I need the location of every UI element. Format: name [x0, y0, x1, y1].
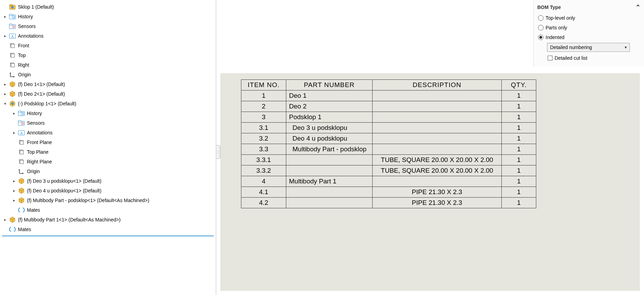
cell-qty[interactable]: 1: [502, 133, 536, 144]
expander-icon[interactable]: ▸: [12, 198, 17, 203]
cell-part-number[interactable]: Deo 2: [286, 101, 373, 112]
tree-item[interactable]: ▸AAnnotations: [0, 128, 216, 137]
tree-item[interactable]: Sensors: [0, 118, 216, 128]
table-row[interactable]: 1Deo 11: [241, 91, 536, 101]
table-row[interactable]: 3.3.1TUBE, SQUARE 20.00 X 20.00 X 2.001: [241, 155, 536, 165]
cell-part-number[interactable]: Multibody Part 1: [286, 176, 373, 187]
radio-parts-only[interactable]: Parts only: [537, 23, 641, 32]
cell-part-number[interactable]: Multibody Part - podsklop: [286, 144, 373, 155]
cell-qty[interactable]: 1: [502, 198, 536, 208]
tree-root[interactable]: Sklop 1 (Default): [0, 2, 216, 12]
tree-item[interactable]: Mates: [0, 205, 216, 215]
table-row[interactable]: 3.1Deo 3 u podsklopu1: [241, 123, 536, 133]
table-row[interactable]: 4Multibody Part 11: [241, 176, 536, 187]
cell-item-no[interactable]: 1: [241, 91, 286, 101]
panel-splitter-handle[interactable]: ⋮: [216, 145, 220, 159]
expander-icon[interactable]: ▸: [3, 217, 8, 222]
cell-part-number[interactable]: [286, 187, 373, 198]
cell-qty[interactable]: 1: [502, 187, 536, 198]
expander-icon[interactable]: ▸: [12, 188, 17, 193]
tree-item[interactable]: ▸(f) Deo 3 u podsklopu<1> (Default): [0, 176, 216, 186]
tree-item[interactable]: Top: [0, 50, 216, 60]
cell-item-no[interactable]: 3.3.2: [241, 165, 286, 176]
tree-item[interactable]: Front Plane: [0, 137, 216, 147]
cell-qty[interactable]: 1: [502, 112, 536, 123]
cell-qty[interactable]: 1: [502, 165, 536, 176]
cell-part-number[interactable]: [286, 198, 373, 208]
tree-item[interactable]: ▸History: [0, 108, 216, 118]
cell-item-no[interactable]: 3.3: [241, 144, 286, 155]
tree-item[interactable]: Right: [0, 60, 216, 70]
cell-description[interactable]: [373, 123, 502, 133]
cell-description[interactable]: PIPE 21.30 X 2.3: [373, 198, 502, 208]
cell-part-number[interactable]: Deo 1: [286, 91, 373, 101]
radio-top-level-only[interactable]: Top-level only: [537, 13, 641, 23]
header-description[interactable]: DESCRIPTION: [373, 80, 502, 91]
cell-part-number[interactable]: Deo 4 u podsklopu: [286, 133, 373, 144]
cell-description[interactable]: PIPE 21.30 X 2.3: [373, 187, 502, 198]
tree-item[interactable]: Top Plane: [0, 147, 216, 157]
tree-item[interactable]: ▸History: [0, 12, 216, 21]
tree-item[interactable]: ▸(f) Deo 4 u podsklopu<1> (Default): [0, 186, 216, 196]
cell-item-no[interactable]: 3.1: [241, 123, 286, 133]
tree-item[interactable]: Origin: [0, 70, 216, 79]
tree-item[interactable]: ▸(f) Multibody Part - podsklop<1> (Defau…: [0, 196, 216, 205]
bom-table[interactable]: ITEM NO. PART NUMBER DESCRIPTION QTY. 1D…: [241, 79, 536, 208]
table-row[interactable]: 3Podsklop 11: [241, 112, 536, 123]
tree-item[interactable]: Front: [0, 41, 216, 50]
cell-part-number[interactable]: Deo 3 u podsklopu: [286, 123, 373, 133]
cell-item-no[interactable]: 4.2: [241, 198, 286, 208]
cell-qty[interactable]: 1: [502, 91, 536, 101]
tree-item[interactable]: ▸(f) Deo 2<1> (Default): [0, 89, 216, 99]
radio-indented[interactable]: Indented: [537, 32, 641, 42]
tree-item[interactable]: Sensors: [0, 21, 216, 31]
cell-part-number[interactable]: Podsklop 1: [286, 112, 373, 123]
cell-part-number[interactable]: [286, 165, 373, 176]
cell-qty[interactable]: 1: [502, 123, 536, 133]
tree-item[interactable]: ▸(f) Deo 1<1> (Default): [0, 79, 216, 89]
table-row[interactable]: 3.2Deo 4 u podsklopu1: [241, 133, 536, 144]
header-qty[interactable]: QTY.: [502, 80, 536, 91]
table-row[interactable]: 3.3.2TUBE, SQUARE 20.00 X 20.00 X 2.001: [241, 165, 536, 176]
cell-qty[interactable]: 1: [502, 144, 536, 155]
numbering-dropdown[interactable]: Detailed numbering ▾: [547, 43, 630, 52]
table-row[interactable]: 2Deo 21: [241, 101, 536, 112]
cell-part-number[interactable]: [286, 155, 373, 165]
cell-item-no[interactable]: 2: [241, 101, 286, 112]
cell-qty[interactable]: 1: [502, 176, 536, 187]
tree-item[interactable]: Origin: [0, 166, 216, 176]
tree-item[interactable]: Mates: [0, 225, 216, 234]
header-part-number[interactable]: PART NUMBER: [286, 80, 373, 91]
cell-item-no[interactable]: 3.3.1: [241, 155, 286, 165]
cell-description[interactable]: [373, 91, 502, 101]
tree-item[interactable]: ▸(f) Multibody Part 1<1> (Default<As Mac…: [0, 215, 216, 225]
cell-description[interactable]: [373, 133, 502, 144]
cell-item-no[interactable]: 4.1: [241, 187, 286, 198]
checkbox-detailed-cut-list[interactable]: Detailed cut list: [547, 53, 641, 63]
cell-item-no[interactable]: 3.2: [241, 133, 286, 144]
table-row[interactable]: 4.1PIPE 21.30 X 2.31: [241, 187, 536, 198]
expander-icon[interactable]: ▸: [12, 130, 17, 135]
tree-item[interactable]: Right Plane: [0, 157, 216, 166]
expander-icon[interactable]: ▸: [12, 111, 17, 116]
table-row[interactable]: 3.3Multibody Part - podsklop1: [241, 144, 536, 155]
cell-description[interactable]: TUBE, SQUARE 20.00 X 20.00 X 2.00: [373, 155, 502, 165]
cell-qty[interactable]: 1: [502, 155, 536, 165]
cell-description[interactable]: [373, 101, 502, 112]
collapse-chevron-icon[interactable]: ⌃: [635, 3, 641, 11]
expander-icon[interactable]: ▸: [12, 179, 17, 183]
cell-description[interactable]: [373, 144, 502, 155]
expander-icon[interactable]: ▸: [3, 34, 8, 38]
expander-icon[interactable]: ▸: [3, 14, 8, 19]
expander-icon[interactable]: ▸: [3, 92, 8, 96]
tree-item[interactable]: ▾(-) Podsklop 1<1> (Default): [0, 99, 216, 108]
cell-description[interactable]: TUBE, SQUARE 20.00 X 20.00 X 2.00: [373, 165, 502, 176]
cell-description[interactable]: [373, 176, 502, 187]
cell-item-no[interactable]: 4: [241, 176, 286, 187]
table-row[interactable]: 4.2PIPE 21.30 X 2.31: [241, 198, 536, 208]
expander-icon[interactable]: ▾: [3, 101, 8, 106]
header-item-no[interactable]: ITEM NO.: [241, 80, 286, 91]
expander-icon[interactable]: ▸: [3, 82, 8, 87]
cell-description[interactable]: [373, 112, 502, 123]
cell-item-no[interactable]: 3: [241, 112, 286, 123]
